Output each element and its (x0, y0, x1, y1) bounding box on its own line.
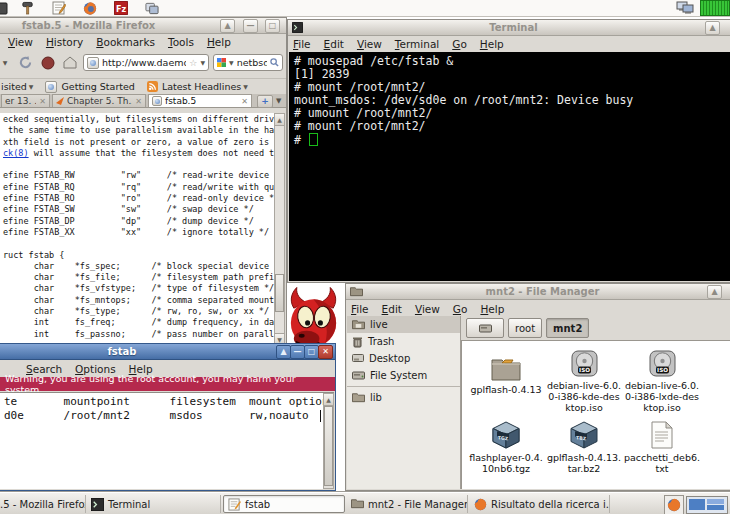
file-item[interactable]: TBZ gplflash-0.4.13.tar.bz2 (545, 419, 623, 474)
tab-chapter-13[interactable]: er 13. ...✕ (1, 94, 50, 107)
search-icon[interactable] (270, 58, 279, 67)
scroll-thumb[interactable] (275, 274, 284, 312)
menu-bookmarks[interactable]: Bookmarks (96, 36, 155, 48)
launcher-firefox-icon[interactable] (83, 1, 97, 15)
home-icon (63, 56, 77, 69)
stop-button[interactable] (39, 54, 56, 71)
bookmark-most-visited[interactable]: isited (1, 81, 27, 92)
terminal-titlebar[interactable]: Terminal ▲ (288, 20, 730, 36)
tab-close-icon[interactable]: ✕ (238, 97, 248, 106)
new-tab-button[interactable]: + (257, 95, 273, 108)
minimize-button[interactable]: — (243, 19, 258, 33)
menu-view[interactable]: View (357, 38, 382, 50)
sidebar-item-desktop[interactable]: Desktop (347, 350, 460, 367)
menu-edit[interactable]: Edit (382, 303, 402, 315)
taskbar-file-manager[interactable]: mnt2 - File Manager (347, 495, 468, 513)
most-visited-dropdown-icon[interactable]: ▼ (29, 83, 34, 90)
menu-help[interactable]: Help (207, 36, 231, 48)
maximize-button[interactable]: □ (265, 19, 280, 33)
editor-titlebar[interactable]: fstab ▲ — □ ✕ (0, 344, 335, 360)
sidebar-item-lib[interactable]: lib (347, 389, 460, 406)
editor-icon (228, 498, 241, 511)
file-manager-titlebar[interactable]: mnt2 - File Manager ▲ (346, 284, 730, 300)
file-item[interactable]: gplflash-0.4.13 (467, 351, 545, 413)
menu-go[interactable]: Go (453, 303, 468, 315)
close-button[interactable]: ✕ (318, 345, 333, 359)
menu-file[interactable]: File (351, 303, 369, 315)
workspace-pager[interactable] (686, 496, 728, 514)
menu-terminal[interactable]: Terminal (395, 38, 439, 50)
file-item[interactable]: ISO debian-live-6.0.0-i386-lxde-desktop.… (623, 347, 701, 413)
sidebar-item-trash[interactable]: Trash (347, 333, 460, 350)
reload-button[interactable] (17, 54, 34, 71)
launcher-window-list-icon[interactable] (0, 1, 8, 15)
launcher-build-tool-icon[interactable] (20, 1, 34, 15)
fsck-link[interactable]: ck(8) (3, 148, 29, 158)
taskbar-risultato[interactable]: Risultato della ricerca i... (470, 495, 610, 513)
terminal-screen[interactable]: # mousepad /etc/fstab & [1] 2839 # mount… (289, 52, 730, 281)
tab-fstab5[interactable]: fstab.5✕ (148, 94, 252, 107)
tray-displays-icon[interactable] (676, 1, 694, 15)
manpage-line: efine FSTAB_RW "rw" /* read-write device… (3, 170, 285, 181)
menu-edit[interactable]: Edit (324, 38, 344, 50)
root-warning-banner: Warning, you are using the root account,… (0, 377, 335, 391)
latest-headlines-dropdown-icon[interactable]: ▼ (243, 83, 248, 90)
taskbar-terminal[interactable]: Terminal (87, 495, 221, 513)
search-text[interactable]: netbsd (237, 57, 267, 68)
terminal-window: Terminal ▲ File Edit View Terminal Go He… (287, 19, 730, 283)
scroll-thumb[interactable] (324, 406, 333, 486)
menu-tools[interactable]: Tools (168, 36, 194, 48)
menu-view[interactable]: View (415, 303, 440, 315)
maximize-button[interactable]: □ (304, 345, 319, 359)
url-dropdown-icon[interactable]: ▼ (200, 59, 205, 66)
bookmark-star-icon[interactable]: ☆ (189, 58, 197, 68)
tab-chapter-5[interactable]: Chapter 5. Th...✕ (52, 94, 146, 107)
file-item[interactable]: ISO debian-live-6.0.0-i386-kde-desktop.i… (545, 347, 623, 413)
path-button-root[interactable]: root (508, 318, 542, 338)
url-bar[interactable]: http://www.daemon- ☆ ▼ (83, 54, 209, 71)
taskbar-fstab[interactable]: fstab (223, 495, 345, 513)
shade-button[interactable]: ▲ (707, 285, 722, 299)
filesystem-path-button[interactable] (466, 318, 504, 338)
editor-text-area[interactable]: te mountpoint filesystem mount options d… (0, 392, 334, 489)
editor-scrollbar[interactable]: ▲ (323, 393, 334, 489)
firefox-titlebar[interactable]: fstab.5 - Mozilla Firefox ▲ — □ (0, 18, 286, 34)
shade-button[interactable]: ▲ (220, 19, 235, 33)
tray-network-monitor[interactable] (700, 0, 730, 16)
menu-help[interactable]: Help (480, 38, 504, 50)
minimize-button[interactable]: — (290, 345, 305, 359)
firefox-scrollbar[interactable]: ▲ ▼ (274, 113, 285, 346)
menu-go[interactable]: Go (452, 38, 467, 50)
bookmark-latest-headlines[interactable]: Latest Headlines (162, 81, 241, 92)
file-item[interactable]: TGZ flashplayer-0.4.10nb6.tgz (467, 419, 545, 474)
search-bar[interactable]: ▼ netbsd (213, 54, 283, 71)
menu-view[interactable]: View (8, 36, 33, 48)
url-text[interactable]: http://www.daemon- (102, 57, 186, 68)
scroll-up-icon[interactable]: ▲ (324, 394, 333, 406)
sidebar-item-home[interactable]: live (347, 316, 460, 333)
menu-history[interactable]: History (46, 36, 83, 48)
menu-file[interactable]: File (293, 38, 311, 50)
tab-close-icon[interactable]: ✕ (132, 97, 142, 106)
engine-dropdown-icon[interactable]: ▼ (229, 59, 234, 66)
home-button[interactable] (61, 54, 78, 71)
launcher-text-editor-icon[interactable] (52, 1, 66, 15)
path-button-mnt2[interactable]: mnt2 (546, 318, 589, 338)
tab-close-icon[interactable]: ✕ (36, 97, 46, 106)
launcher-filezilla-icon[interactable]: Fz (114, 1, 128, 15)
file-view[interactable]: gplflash-0.4.13 ISO debian-live-6.0.0-i3… (461, 340, 730, 489)
google-engine-icon[interactable] (217, 58, 226, 67)
tab-list-dropdown-icon[interactable]: ▼ (276, 97, 281, 105)
scroll-up-icon[interactable]: ▲ (275, 114, 284, 126)
launcher-workspace-switch-icon[interactable] (145, 1, 159, 15)
menu-help[interactable]: Help (480, 303, 504, 315)
shade-button[interactable]: ▲ (276, 345, 291, 359)
file-item[interactable]: pacchetti_deb6.txt (623, 419, 701, 474)
bookmark-getting-started[interactable]: Getting Started (61, 81, 134, 92)
taskbar-firefox[interactable]: .5 - Mozilla Firefox (0, 495, 86, 513)
shade-button[interactable]: ▲ (705, 21, 720, 35)
tray-firefox-icon[interactable] (664, 495, 684, 514)
forward-dropdown-icon[interactable]: ▼ (0, 54, 11, 71)
sidebar-item-filesystem[interactable]: File System (347, 367, 460, 384)
manpage-line: ck(8) will assume that the filesystem do… (3, 148, 285, 159)
